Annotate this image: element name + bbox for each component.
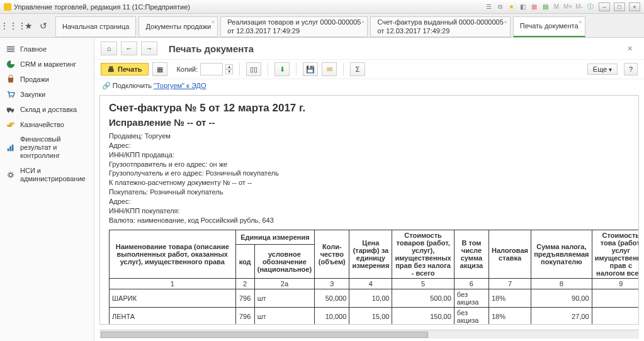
svg-rect-1 (7, 48, 14, 50)
table-row: ШАРИК796шт50,00010,00500,00без акциза18%… (110, 289, 640, 308)
svg-rect-11 (8, 148, 9, 151)
star-icon[interactable]: ★ (507, 3, 516, 11)
svg-rect-5 (7, 108, 11, 111)
tab-home[interactable]: Начальная страница (55, 16, 136, 37)
table-row: ЛЕНТА796шт10,00015,00150,00без акциза18%… (110, 308, 640, 325)
invoice-table: Наименование товара (описание выполненны… (109, 230, 639, 325)
sidebar-item-sales[interactable]: Продажи (0, 72, 94, 87)
edo-link[interactable]: "Торгуем" к ЭДО (154, 82, 206, 89)
invoice-meta: Продавец: Торгуем Адрес: ИНН/КПП продавц… (109, 131, 630, 225)
history-icon[interactable]: ↺ (38, 20, 49, 31)
svg-point-3 (9, 97, 10, 98)
tool-icon[interactable]: M (552, 3, 561, 11)
sidebar-item-finance[interactable]: Финансовый результат и контроллинг (0, 132, 94, 164)
page-title: Печать документа (169, 43, 254, 54)
export-button[interactable]: ⬇ (274, 62, 290, 76)
minimize-button[interactable]: – (599, 3, 610, 11)
copies-label: Копий: (176, 65, 198, 73)
tool-icon[interactable]: ⓘ (586, 3, 595, 11)
help-button[interactable]: ? (624, 63, 638, 75)
svg-rect-2 (7, 51, 14, 52)
spin-up[interactable]: ▲ (225, 64, 233, 69)
sidebar-item-treasury[interactable]: Казначейство (0, 117, 94, 132)
spin-down[interactable]: ▼ (225, 69, 233, 74)
sidebar-item-crm[interactable]: CRM и маркетинг (0, 57, 94, 72)
svg-rect-12 (9, 146, 11, 151)
svg-rect-13 (12, 145, 14, 152)
layout-button[interactable]: ▯▯ (246, 62, 261, 76)
tool-icon[interactable]: ◧ (518, 3, 527, 11)
close-icon[interactable]: × (361, 19, 364, 26)
tabstrip: ⋮⋮⋮ ★ ↺ Начальная страница Документы про… (0, 14, 644, 38)
svg-rect-0 (7, 47, 14, 48)
svg-point-10 (9, 123, 14, 125)
sidebar-item-main[interactable]: Главное (0, 42, 94, 57)
svg-point-7 (8, 111, 9, 113)
forward-button[interactable]: → (141, 42, 157, 55)
sidebar: Главное CRM и маркетинг Продажи Закупки … (0, 38, 94, 341)
star-icon[interactable]: ★ (23, 20, 34, 31)
svg-point-8 (11, 111, 13, 113)
print-button[interactable]: 🖶Печать (101, 63, 149, 75)
tool-icon[interactable]: M- (575, 3, 584, 11)
tool-icon[interactable]: ▦ (529, 3, 538, 11)
scrollbar-horizontal[interactable] (99, 330, 639, 338)
correction-title: Исправление № -- от -- (109, 117, 630, 128)
tool-icon[interactable]: ⧉ (495, 3, 504, 11)
more-button[interactable]: Еще ▾ (587, 64, 618, 75)
tool-icon[interactable]: M+ (563, 3, 572, 11)
svg-point-14 (9, 173, 12, 176)
tab-invoice[interactable]: Счет-фактура выданный 0000-0000005от 12.… (370, 16, 510, 37)
app-icon (4, 3, 11, 11)
svg-point-9 (7, 125, 13, 127)
sidebar-item-admin[interactable]: НСИ и администрирование (0, 164, 94, 186)
svg-rect-6 (11, 109, 14, 111)
close-icon[interactable]: × (628, 43, 638, 53)
save-button[interactable]: 💾 (303, 62, 318, 76)
tool-icon[interactable]: ▤ (541, 3, 550, 11)
close-icon[interactable]: × (212, 19, 215, 26)
copies-input[interactable] (200, 63, 223, 75)
tab-print[interactable]: Печать документа× (513, 16, 585, 37)
close-icon[interactable]: × (504, 19, 507, 26)
sum-button[interactable]: Σ (350, 62, 365, 76)
document-preview: Счет-фактура № 5 от 12 марта 2017 г. Исп… (99, 95, 639, 325)
close-button[interactable]: × (629, 3, 640, 11)
toolbar: 🖶Печать ▦ Копий: ▲▼ ▯▯ ⬇ 💾 ✉ Σ Еще ▾ ? (94, 59, 644, 79)
tab-realiz[interactable]: Реализация товаров и услуг 0000-000005от… (220, 16, 368, 37)
svg-point-4 (13, 97, 14, 98)
close-icon[interactable]: × (579, 19, 582, 26)
app-title: Управление торговлей, редакция 11 (1С:Пр… (14, 3, 190, 11)
tab-docs[interactable]: Документы продажи× (138, 16, 218, 37)
sidebar-item-warehouse[interactable]: Склад и доставка (0, 102, 94, 117)
invoice-title: Счет-фактура № 5 от 12 марта 2017 г. (109, 102, 630, 115)
back-button[interactable]: ← (121, 42, 137, 55)
maximize-button[interactable]: □ (614, 3, 625, 11)
apps-icon[interactable]: ⋮⋮⋮ (8, 20, 19, 31)
preview-button[interactable]: ▦ (152, 62, 167, 76)
mail-button[interactable]: ✉ (322, 62, 337, 76)
link-icon: 🔗 (102, 82, 111, 89)
titlebar-tools: ☰ ⧉ ★ ◧ ▦ ▤ M M+ M- ⓘ – □ × (484, 3, 640, 11)
printer-icon: 🖶 (108, 65, 115, 73)
sidebar-item-purchase[interactable]: Закупки (0, 87, 94, 102)
tool-icon[interactable]: ☰ (484, 3, 493, 11)
home-button[interactable]: ⌂ (101, 42, 117, 55)
titlebar: Управление торговлей, редакция 11 (1С:Пр… (0, 0, 644, 14)
